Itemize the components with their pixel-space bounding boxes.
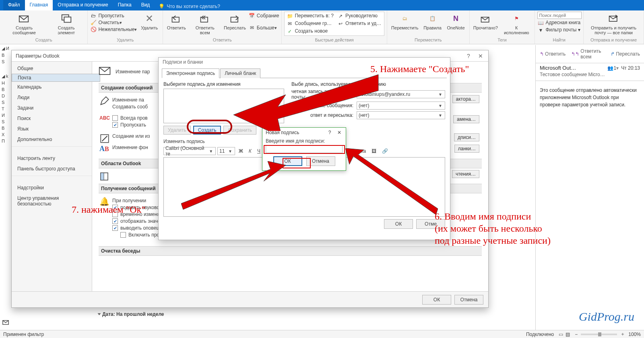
editor-options-button[interactable]: актора…	[452, 95, 479, 103]
search-people-input[interactable]	[537, 12, 582, 19]
pane-reply-button[interactable]: ↰Ответить	[540, 48, 566, 60]
options-help-button[interactable]: ?	[462, 51, 475, 61]
strip-item[interactable]: Х	[0, 131, 11, 138]
options-cat-trust[interactable]: Центр управления безопасностью	[12, 193, 92, 209]
forward-button[interactable]: Переслать	[223, 12, 247, 31]
options-cat-advanced[interactable]: Дополнительно	[12, 134, 92, 145]
ignore-button[interactable]: 🗁Пропустить	[90, 12, 137, 19]
ignore-original-checkbox[interactable]: ✔Пропускать	[112, 122, 146, 128]
options-cat-mail[interactable]: Почта	[12, 74, 100, 82]
pane-forward-button[interactable]: ↱Переслать	[611, 48, 640, 60]
tab-home[interactable]: Главная	[25, 0, 53, 10]
strip-item[interactable]: И	[0, 112, 11, 118]
tab-view[interactable]: Вид	[136, 0, 155, 10]
options-cat-search[interactable]: Поиск	[12, 113, 92, 124]
spell-autocorrect-button[interactable]: амена…	[453, 115, 479, 123]
people-icon[interactable]: 👥1▾	[607, 65, 619, 71]
qs-moveto[interactable]: 📁Переместить в: ?	[285, 12, 335, 20]
options-cat-qat[interactable]: Панель быстрого доступа	[12, 164, 92, 174]
mail-module-icon[interactable]	[0, 317, 11, 328]
email-account-select[interactable]: kotoldiniups@yandex.ru▼	[357, 90, 445, 98]
insert-link-button[interactable]: 🔗	[380, 147, 390, 156]
strip-item[interactable]: Т	[0, 106, 11, 112]
stationery-fonts-button[interactable]: ланки…	[454, 145, 479, 153]
strip-item[interactable]: S	[0, 58, 11, 65]
strip-item[interactable]: П	[0, 138, 11, 144]
filter-email-button[interactable]: ▼Фильтр почты ▾	[537, 27, 581, 33]
tab-email-signature[interactable]: Электронная подпись	[162, 68, 219, 78]
zoom-in-icon[interactable]: ＋	[620, 331, 625, 338]
move-button[interactable]: 🗂Переместить	[390, 12, 420, 31]
font-size-select[interactable]: 11▼	[217, 147, 235, 155]
strip-item[interactable]: D	[0, 93, 11, 99]
options-ok-button[interactable]: ОК	[422, 295, 451, 305]
zoom-slider[interactable]: − ＋ 100%	[575, 331, 641, 338]
bold-button[interactable]: Ж	[237, 147, 245, 156]
options-close-button[interactable]: ✕	[475, 51, 487, 61]
reply-button[interactable]: Ответить	[165, 12, 187, 31]
font-family-select[interactable]: Calibri (Основной те▼	[163, 147, 216, 155]
strip-item[interactable]: S	[0, 118, 11, 125]
signatures-button[interactable]: дписи…	[454, 133, 479, 141]
send-receive-all-button[interactable]: Отправить и получить почту — все папки	[586, 12, 641, 36]
options-cat-ribbon[interactable]: Настроить ленту	[12, 153, 92, 164]
reply-all-button[interactable]: Ответить всем	[189, 12, 221, 36]
strip-item[interactable]: ◢ k	[0, 73, 11, 80]
followup-button[interactable]: ⚑К исполнению	[501, 12, 532, 36]
view-buttons[interactable]: ▭ ▤	[559, 332, 570, 337]
qs-replydel[interactable]: ↩Ответить и уд…	[336, 20, 384, 27]
delete-button[interactable]: ✕ Удалить	[138, 12, 160, 31]
more-respond-button[interactable]: ✉Больше ▾	[249, 25, 279, 31]
tab-personal-stationery[interactable]: Личный бланк	[220, 68, 260, 78]
reading-pane-button[interactable]: чтения…	[452, 170, 479, 178]
message-list-date-group[interactable]: Дата: На прошлой неделе	[98, 311, 164, 317]
italic-button[interactable]: К	[247, 147, 254, 156]
font-family-value: Calibri (Основной те	[165, 145, 208, 157]
options-cat-calendar[interactable]: Календарь	[12, 82, 92, 92]
junk-button[interactable]: 🚫Нежелательные ▾	[90, 26, 137, 33]
always-check-spelling-checkbox[interactable]: Всегда пров	[112, 115, 148, 121]
strip-item[interactable]: В	[0, 86, 11, 93]
qs-teamemail[interactable]: ✉Сообщение гр…	[285, 20, 335, 27]
insert-picture-button[interactable]: 🖼	[369, 147, 378, 156]
options-cancel-button[interactable]: Отмена	[454, 295, 483, 305]
view-normal-icon[interactable]: ▭	[559, 332, 563, 337]
underline-button[interactable]: Ч	[255, 147, 262, 156]
new-sig-help-button[interactable]: ?	[325, 128, 334, 137]
replies-select[interactable]: (нет)▼	[357, 111, 445, 119]
tab-folder[interactable]: Папка	[113, 0, 136, 10]
tell-me[interactable]: 💡 Что вы хотите сделать?	[155, 0, 224, 10]
meeting-button[interactable]: 📅Собрание	[249, 12, 279, 19]
qs-createnew[interactable]: ✓Создать новое	[285, 28, 335, 35]
signatures-list[interactable]	[163, 89, 284, 123]
address-book-button[interactable]: 📖Адресная книга	[537, 20, 581, 26]
new-item-button[interactable]: Создать элемент	[47, 12, 85, 36]
zoom-track[interactable]	[581, 334, 617, 335]
strip-item[interactable]: В	[0, 125, 11, 131]
options-cat-tasks[interactable]: Задачи	[12, 103, 92, 113]
tab-sendreceive[interactable]: Отправка и получение	[53, 0, 113, 10]
options-cat-general[interactable]: Общие	[12, 63, 92, 74]
new-message-button[interactable]: Создать сообщение	[2, 12, 46, 36]
strip-item[interactable]: S	[0, 99, 11, 106]
read-unread-button[interactable]: Прочитано?	[472, 12, 500, 31]
options-cat-addins[interactable]: Надстройки	[12, 182, 92, 193]
view-reading-icon[interactable]: ▤	[566, 332, 570, 337]
tab-file[interactable]: Файл	[3, 0, 25, 10]
sign-ok-button[interactable]: ОК	[384, 219, 413, 229]
options-cat-language[interactable]: Язык	[12, 124, 92, 134]
strip-item[interactable]: ◢ И	[0, 45, 11, 52]
strip-item[interactable]: Н	[0, 80, 11, 86]
strip-item[interactable]: В	[0, 52, 11, 58]
zoom-out-icon[interactable]: −	[575, 332, 578, 337]
sign-cancel-button[interactable]: Отме	[416, 219, 445, 229]
pane-replyall-button[interactable]: ↰↰Ответить всем	[571, 48, 605, 60]
rules-button[interactable]: 📋Правила	[422, 12, 444, 31]
new-messages-select[interactable]: (нет)▼	[357, 102, 445, 110]
onenote-button[interactable]: NOneNote	[445, 12, 467, 31]
options-cat-people[interactable]: Люди	[12, 92, 92, 103]
new-sig-close-button[interactable]: ✕	[334, 128, 344, 137]
qs-tomgr[interactable]: ↗Руководителю	[336, 12, 384, 20]
ignore-icon: 🗁	[90, 12, 97, 19]
clean-button[interactable]: 🧹Очистить ▾	[90, 19, 137, 26]
